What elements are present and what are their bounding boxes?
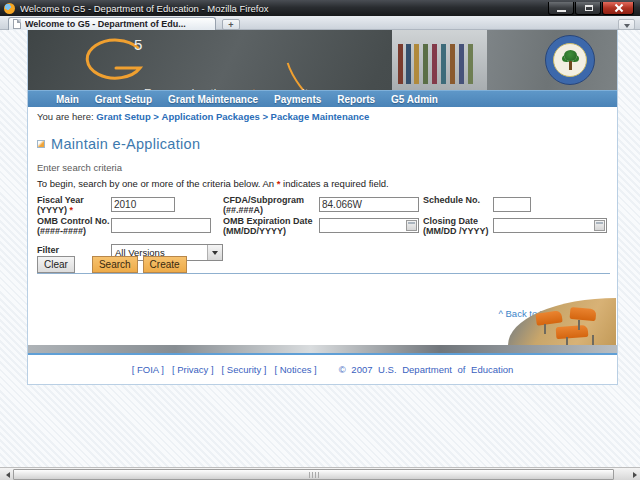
clear-button[interactable]: Clear: [37, 256, 75, 273]
window-controls: [548, 2, 634, 15]
page-background: 5 Empowering the grant community. Main G…: [0, 30, 640, 467]
scrollbar-thumb[interactable]: [13, 469, 614, 480]
scroll-left-arrow-icon[interactable]: [0, 469, 12, 480]
search-criteria-form: Fiscal Year (YYYY) * CFDA/Subprogram (##…: [37, 194, 612, 264]
closing-date-input[interactable]: [494, 219, 594, 232]
instructions-post: indicates a required field.: [283, 178, 389, 189]
chair-leg-graphic: [592, 335, 594, 345]
site-masthead: 5 Empowering the grant community.: [28, 30, 617, 90]
nav-item-payments[interactable]: Payments: [274, 94, 321, 105]
breadcrumb-separator: >: [153, 111, 159, 122]
schedule-no-input[interactable]: [493, 197, 531, 212]
page-title: Maintain e-Application: [51, 136, 200, 152]
new-tab-button[interactable]: +: [222, 19, 240, 30]
classroom-chairs-image: [508, 298, 616, 345]
main-navigation: Main Grant Setup Grant Maintenance Payme…: [28, 90, 617, 107]
masthead-photo: [392, 30, 617, 90]
calendar-icon[interactable]: [406, 220, 417, 231]
omb-expiration-datebox: [319, 218, 419, 233]
nav-item-reports[interactable]: Reports: [337, 94, 375, 105]
instructions-text: To begin, search by one or more of the c…: [37, 178, 389, 189]
book-spine: [459, 44, 464, 84]
chair-leg-graphic: [566, 337, 568, 345]
minimize-button[interactable]: [548, 2, 574, 15]
g5-logo-five: 5: [134, 36, 142, 53]
site-container: 5 Empowering the grant community. Main G…: [27, 30, 618, 385]
nav-item-main[interactable]: Main: [56, 94, 79, 105]
omb-expiration-date-input[interactable]: [320, 219, 406, 232]
breadcrumb-prefix: You are here:: [37, 111, 94, 122]
scroll-right-arrow-icon[interactable]: [628, 469, 640, 480]
scrollbar-grip-icon: [309, 472, 319, 478]
maximize-button[interactable]: [575, 2, 601, 15]
breadcrumb: You are here: Grant Setup > Application …: [37, 111, 369, 122]
cfda-subprogram-input[interactable]: [319, 197, 419, 212]
nav-item-grant-maintenance[interactable]: Grant Maintenance: [168, 94, 258, 105]
close-button[interactable]: [602, 2, 634, 15]
omb-control-no-input[interactable]: [111, 218, 211, 233]
footer-link-privacy[interactable]: [ Privacy ]: [172, 364, 214, 375]
omb-control-cell: [111, 215, 223, 233]
cfda-cell: [319, 194, 423, 212]
seal-inner-circle: [553, 43, 587, 77]
page-favicon-icon: [13, 19, 21, 29]
close-icon: [615, 4, 623, 12]
tab-title: Welcome to G5 - Department of Edu...: [25, 19, 186, 29]
chair-graphic: [556, 325, 589, 339]
chevron-down-icon: [207, 245, 222, 260]
page-title-row: Maintain e-Application: [37, 136, 200, 152]
nav-item-grant-setup[interactable]: Grant Setup: [95, 94, 152, 105]
maximize-icon: [585, 5, 593, 11]
chair-leg-graphic: [578, 320, 580, 330]
tab-list-dropdown[interactable]: [618, 19, 635, 30]
footer-link-foia[interactable]: [ FOIA ]: [132, 364, 164, 375]
instructions-pre: To begin, search by one or more of the c…: [37, 178, 274, 189]
department-of-education-seal: [545, 35, 595, 85]
breadcrumb-link-application-packages[interactable]: Application Packages: [162, 111, 260, 122]
footer-metal-bar: [28, 345, 617, 353]
filter-label: Filter: [37, 244, 111, 255]
closing-datebox: [493, 218, 607, 233]
footer-link-notices[interactable]: [ Notices ]: [274, 364, 316, 375]
fiscal-year-label-text: Fiscal Year (YYYY): [37, 195, 84, 215]
seal-tree-icon: [564, 50, 577, 61]
title-bullet-icon: [37, 140, 45, 148]
omb-control-no-label: OMB Control No. (####-####): [37, 215, 111, 236]
tab-bar: Welcome to G5 - Department of Edu... +: [0, 16, 640, 30]
chair-graphic: [570, 307, 597, 321]
calendar-icon[interactable]: [594, 220, 605, 231]
omb-expiration-date-label: OMB Expiration Date (MM/DD/YYYY): [223, 215, 319, 236]
schedule-no-cell: [493, 194, 612, 212]
footer-link-security[interactable]: [ Security ]: [222, 364, 267, 375]
fiscal-year-label: Fiscal Year (YYYY) *: [37, 194, 111, 215]
cfda-subprogram-label: CFDA/Subprogram (##.###A): [223, 194, 319, 215]
window-titlebar: Welcome to G5 - Department of Education …: [0, 0, 640, 16]
fiscal-year-input[interactable]: [111, 197, 175, 212]
closing-date-cell: [493, 215, 612, 233]
create-button[interactable]: Create: [143, 256, 187, 273]
breadcrumb-separator: >: [262, 111, 268, 122]
window-title: Welcome to G5 - Department of Education …: [20, 3, 548, 14]
firefox-icon: [4, 3, 15, 14]
form-buttons: Clear Search Create: [37, 256, 192, 273]
omb-expiration-cell: [319, 215, 423, 233]
copyright-text: © 2007 U.S. Department of Education: [339, 364, 514, 375]
page-subtitle: Enter search criteria: [37, 162, 122, 173]
search-button[interactable]: Search: [92, 256, 138, 273]
tab-welcome-g5[interactable]: Welcome to G5 - Department of Edu...: [8, 17, 216, 30]
book-spine: [468, 44, 473, 84]
breadcrumb-link-package-maintenance[interactable]: Package Maintenance: [271, 111, 370, 122]
breadcrumb-link-grant-setup[interactable]: Grant Setup: [96, 111, 150, 122]
chair-graphic: [535, 310, 562, 326]
required-star: *: [277, 178, 281, 189]
seal-tree-trunk: [569, 61, 572, 70]
book-spine: [450, 44, 455, 84]
chair-leg-graphic: [544, 324, 546, 334]
closing-date-label: Closing Date (MM/DD /YYYY): [423, 215, 493, 236]
site-footer: [ FOIA ] [ Privacy ] [ Security ] [ Noti…: [28, 353, 617, 384]
nav-item-g5-admin[interactable]: G5 Admin: [391, 94, 438, 105]
fiscal-year-required-star: *: [70, 205, 74, 215]
schedule-no-label: Schedule No.: [423, 194, 493, 205]
section-divider: [37, 273, 610, 274]
horizontal-scrollbar[interactable]: [0, 467, 640, 480]
